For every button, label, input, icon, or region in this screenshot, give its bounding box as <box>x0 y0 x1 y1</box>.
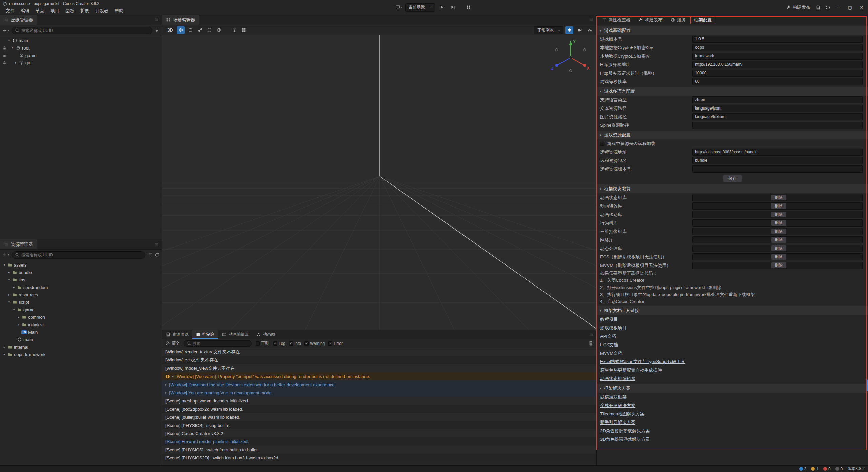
console-line[interactable]: [Window] ecs文件夹不存在 <box>162 356 596 364</box>
lock-icon[interactable] <box>2 53 7 58</box>
info-count-badge[interactable]: 3 <box>799 467 807 471</box>
filter-Info[interactable]: Info <box>289 341 301 346</box>
console-line[interactable]: ▸[Window] You are running Vue in develop… <box>162 389 596 397</box>
section-i18n-config[interactable]: ▾游戏多语言配置 <box>597 87 868 96</box>
tab-framework-config[interactable]: 框架配置 <box>690 16 715 24</box>
asset-node-bundle[interactable]: ▸bundle <box>0 269 162 276</box>
remote-load-checkbox[interactable] <box>600 142 604 146</box>
delete-button[interactable]: 删除 <box>771 220 786 226</box>
delete-button[interactable]: 删除 <box>771 245 786 251</box>
collapse-arrow[interactable]: ▾ <box>7 278 12 281</box>
collapse-arrow[interactable]: ▾ <box>2 263 7 267</box>
expand-arrow[interactable]: ▸ <box>16 323 21 326</box>
asset-node-game[interactable]: ▾game <box>0 306 162 313</box>
hierarchy-node-gui[interactable]: ▸gui <box>0 59 162 66</box>
doc-link[interactable]: Excel格式转Json文件与TypeScript代码工具 <box>597 357 689 366</box>
doc-link[interactable]: ECS文档 <box>597 340 622 349</box>
section-doc-links[interactable]: ▾框架文档工具链接 <box>597 306 868 315</box>
doc-link[interactable]: 动画状态机编辑器 <box>597 374 639 383</box>
expand-arrow[interactable]: ▸ <box>165 391 167 394</box>
filter-checkbox[interactable] <box>304 341 309 346</box>
filter-Error[interactable]: Error <box>328 341 343 346</box>
snap-tool[interactable] <box>240 26 248 34</box>
expand-arrow[interactable]: ▸ <box>12 286 16 289</box>
expand-arrow[interactable]: ▸ <box>2 353 7 356</box>
build-publish-button[interactable]: 构建发布 <box>786 4 810 11</box>
asset-node-script[interactable]: ▾script <box>0 298 162 306</box>
axis-gizmo[interactable]: Y X Z <box>549 36 593 78</box>
open-log-file-icon[interactable] <box>589 341 593 346</box>
preview-target-dropdown[interactable]: ▾ <box>396 5 402 9</box>
tab-property-inspector[interactable]: 属性检查器 <box>598 16 634 24</box>
config-input[interactable]: http://192.168.0.150/main/ <box>692 61 863 68</box>
help-icon[interactable] <box>826 5 830 10</box>
console-line[interactable]: [Window] model_view文件夹不存在 <box>162 364 596 372</box>
config-input[interactable] <box>692 165 863 173</box>
menu-面板[interactable]: 面板 <box>62 8 77 14</box>
hierarchy-search-input[interactable] <box>21 28 149 33</box>
move-tool[interactable] <box>177 26 185 34</box>
config-input[interactable]: 60 <box>692 78 863 85</box>
filter-checkbox[interactable] <box>273 341 277 346</box>
view-mode-dropdown[interactable]: 正常浏览 ▾ <box>534 26 563 34</box>
rotate-tool[interactable] <box>186 26 194 34</box>
delete-button[interactable]: 删除 <box>771 262 786 268</box>
section-game-basic-config[interactable]: ▾游戏基础配置 <box>597 26 868 35</box>
collapse-arrow[interactable]: ▾ <box>12 308 16 311</box>
console-line[interactable]: ▸[Window] Download the Vue Devtools exte… <box>162 380 596 389</box>
layout-grid-icon[interactable] <box>464 3 472 12</box>
delete-button[interactable]: 删除 <box>771 254 786 260</box>
expand-arrow[interactable]: ▸ <box>2 345 7 349</box>
anchor-tool[interactable] <box>230 26 238 34</box>
menu-节点[interactable]: 节点 <box>33 8 47 14</box>
gizmo-space-toggle[interactable] <box>215 26 223 34</box>
config-input[interactable]: 1.0.5 <box>692 36 863 43</box>
filter-checkbox[interactable] <box>289 341 293 346</box>
panel-menu-icon[interactable] <box>151 239 162 249</box>
assets-search-input[interactable] <box>21 253 142 257</box>
console-line[interactable]: [Scene] [PHYSICS2D]: switch from box2d-w… <box>162 454 596 462</box>
panel-menu-icon[interactable] <box>586 330 596 339</box>
tab-animation-graph[interactable]: 动画图 <box>253 330 279 339</box>
scene-editor-tab[interactable]: 场景编辑器 <box>162 15 199 25</box>
asset-node-internal[interactable]: ▸internal <box>0 343 162 351</box>
console-line[interactable]: [Window] render_texture文件夹不存在 <box>162 348 596 356</box>
expand-arrow[interactable]: ▸ <box>14 61 18 64</box>
collapse-arrow[interactable]: ▾ <box>7 300 12 304</box>
hierarchy-node-root[interactable]: ▾root <box>0 44 162 52</box>
solution-link[interactable]: 战棋游戏框架 <box>597 393 630 401</box>
expand-arrow[interactable]: ▸ <box>7 271 12 274</box>
regex-checkbox[interactable] <box>256 341 260 346</box>
solution-link[interactable]: 2D角色扮演游戏解决方案 <box>597 427 653 435</box>
console-line[interactable]: [Scene] Forward render pipeline initiali… <box>162 437 596 446</box>
menu-帮助[interactable]: 帮助 <box>112 8 126 14</box>
assets-panel-tab[interactable]: 资源管理器 <box>0 239 37 249</box>
config-input[interactable]: bundle <box>692 157 863 164</box>
rect-tool[interactable] <box>205 26 213 34</box>
console-line[interactable]: [Scene] [PHYSICS]: switch from builtin t… <box>162 446 596 454</box>
camera-icon[interactable] <box>575 26 584 34</box>
solution-link[interactable]: 3D角色扮演游戏解决方案 <box>597 435 653 444</box>
warning-count-badge[interactable]: 1 <box>811 467 818 471</box>
play-button[interactable] <box>438 3 446 12</box>
create-node-button[interactable]: ▾ <box>3 28 9 33</box>
console-line[interactable]: ▸[Window] [Vue warn]: Property "onInput"… <box>162 372 596 380</box>
menu-文件[interactable]: 文件 <box>3 8 18 14</box>
asset-node-resources[interactable]: ▸resources <box>0 291 162 298</box>
asset-node-Main[interactable]: TSMain <box>0 328 162 336</box>
notification-badge[interactable]: 0 <box>835 467 843 471</box>
config-input[interactable] <box>692 122 863 129</box>
console-line[interactable]: [Scene] [box2d]:box2d wasm lib loaded. <box>162 405 596 413</box>
lock-icon[interactable] <box>2 61 7 65</box>
clear-console-button[interactable]: 清空 <box>165 340 180 346</box>
expand-arrow[interactable]: ▸ <box>172 375 174 378</box>
delete-button[interactable]: 删除 <box>771 195 786 200</box>
asset-node-seedrandom[interactable]: ▸seedrandom <box>0 283 162 291</box>
tab-asset-preview[interactable]: 资源预览 <box>162 330 192 339</box>
error-count-badge[interactable]: 0 <box>823 467 831 471</box>
asset-node-main[interactable]: main <box>0 336 162 343</box>
asset-node-initialize[interactable]: ▸initialize <box>0 321 162 328</box>
delete-button[interactable]: 删除 <box>771 229 786 234</box>
config-input[interactable]: framework <box>692 53 863 60</box>
tab-service[interactable]: 服务 <box>667 16 690 24</box>
